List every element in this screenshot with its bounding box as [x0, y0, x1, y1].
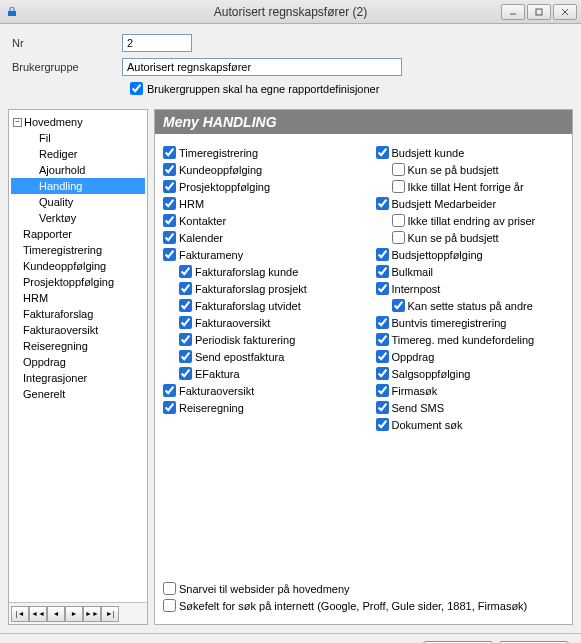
option-checkbox[interactable] [179, 333, 192, 346]
option-label: Budsjett kunde [392, 147, 465, 159]
option-checkbox[interactable] [163, 384, 176, 397]
option-row: Timereg. med kundefordeling [376, 331, 565, 348]
option-checkbox[interactable] [376, 384, 389, 397]
tree-item[interactable]: Rapporter [11, 226, 145, 242]
tree-item[interactable]: Integrasjoner [11, 370, 145, 386]
brukergruppe-input[interactable] [122, 58, 402, 76]
minimize-button[interactable] [501, 4, 525, 20]
nr-label: Nr [12, 37, 122, 49]
option-label: Fakturaoversikt [195, 317, 270, 329]
option-checkbox[interactable] [376, 248, 389, 261]
option-label: Kan sette status på andre [408, 300, 533, 312]
option-label: Kundeoppfølging [179, 164, 262, 176]
option-checkbox[interactable] [376, 350, 389, 363]
option-row: EFaktura [163, 365, 352, 382]
option-checkbox[interactable] [376, 418, 389, 431]
tree-item[interactable]: Rediger [11, 146, 145, 162]
option-checkbox[interactable] [376, 333, 389, 346]
option-checkbox[interactable] [163, 401, 176, 414]
option-label: Kun se på budsjett [408, 164, 499, 176]
option-label: Ikke tillat Hent forrige år [408, 181, 524, 193]
nav-next-page[interactable]: ►► [83, 606, 101, 622]
option-checkbox[interactable] [376, 316, 389, 329]
option-row: Send SMS [376, 399, 565, 416]
nav-next[interactable]: ► [65, 606, 83, 622]
tree-item[interactable]: Verktøy [11, 210, 145, 226]
option-checkbox[interactable] [376, 282, 389, 295]
option-checkbox[interactable] [163, 214, 176, 227]
option-checkbox[interactable] [376, 146, 389, 159]
close-button[interactable] [553, 4, 577, 20]
tree-item-label: Rapporter [23, 228, 72, 240]
option-label: Timereg. med kundefordeling [392, 334, 535, 346]
option-checkbox[interactable] [179, 350, 192, 363]
option-checkbox[interactable] [392, 299, 405, 312]
option-label: Fakturameny [179, 249, 243, 261]
option-checkbox[interactable] [163, 163, 176, 176]
tree-item[interactable]: Ajourhold [11, 162, 145, 178]
option-checkbox[interactable] [163, 248, 176, 261]
tree-item[interactable]: Fakturaoversikt [11, 322, 145, 338]
option-checkbox[interactable] [392, 163, 405, 176]
collapse-icon[interactable]: − [13, 118, 22, 127]
nav-last[interactable]: ►| [101, 606, 119, 622]
window-title: Autorisert regnskapsfører (2) [214, 5, 367, 19]
option-row: Salgsoppfølging [376, 365, 565, 382]
tree-item-label: Prosjektoppfølging [23, 276, 114, 288]
option-row: Fakturameny [163, 246, 352, 263]
option-label: Søkefelt for søk på internett (Google, P… [179, 600, 527, 612]
nav-prev[interactable]: ◄ [47, 606, 65, 622]
tree-item[interactable]: −Hovedmeny [11, 114, 145, 130]
tree-item-label: Verktøy [39, 212, 76, 224]
tree-item[interactable]: Prosjektoppfølging [11, 274, 145, 290]
option-checkbox[interactable] [376, 197, 389, 210]
tree[interactable]: −HovedmenyFilRedigerAjourholdHandlingQua… [9, 110, 147, 602]
nav-first[interactable]: |◄ [11, 606, 29, 622]
option-checkbox[interactable] [163, 599, 176, 612]
tree-item-label: Fil [39, 132, 51, 144]
tree-item-label: HRM [23, 292, 48, 304]
tree-item[interactable]: Reiseregning [11, 338, 145, 354]
tree-item[interactable]: Handling [11, 178, 145, 194]
tree-item[interactable]: Oppdrag [11, 354, 145, 370]
tree-item[interactable]: HRM [11, 290, 145, 306]
nav-prev-page[interactable]: ◄◄ [29, 606, 47, 622]
option-row: Budsjett kunde [376, 144, 565, 161]
option-checkbox[interactable] [163, 582, 176, 595]
option-row: Dokument søk [376, 416, 565, 433]
option-checkbox[interactable] [179, 299, 192, 312]
option-label: Salgsoppfølging [392, 368, 471, 380]
tree-item[interactable]: Generelt [11, 386, 145, 402]
tree-item[interactable]: Kundeoppfølging [11, 258, 145, 274]
nr-input[interactable] [122, 34, 192, 52]
option-checkbox[interactable] [392, 180, 405, 193]
tree-item-label: Quality [39, 196, 73, 208]
option-checkbox[interactable] [392, 231, 405, 244]
top-form: Nr Brukergruppe Brukergruppen skal ha eg… [0, 24, 581, 101]
option-label: Bulkmail [392, 266, 434, 278]
option-checkbox[interactable] [376, 367, 389, 380]
tree-item[interactable]: Quality [11, 194, 145, 210]
option-checkbox[interactable] [163, 180, 176, 193]
tree-item[interactable]: Timeregistrering [11, 242, 145, 258]
option-checkbox[interactable] [179, 316, 192, 329]
option-row: Fakturaforslag kunde [163, 263, 352, 280]
egne-rapport-checkbox[interactable] [130, 82, 143, 95]
tree-item[interactable]: Fakturaforslag [11, 306, 145, 322]
option-checkbox[interactable] [163, 231, 176, 244]
option-checkbox[interactable] [392, 214, 405, 227]
tree-item-label: Rediger [39, 148, 78, 160]
option-label: Buntvis timeregistrering [392, 317, 507, 329]
option-checkbox[interactable] [179, 265, 192, 278]
tree-item[interactable]: Fil [11, 130, 145, 146]
option-row: Kundeoppfølging [163, 161, 352, 178]
option-checkbox[interactable] [163, 146, 176, 159]
option-checkbox[interactable] [163, 197, 176, 210]
option-checkbox[interactable] [179, 367, 192, 380]
option-checkbox[interactable] [179, 282, 192, 295]
option-checkbox[interactable] [376, 265, 389, 278]
option-row: Kun se på budsjett [376, 229, 565, 246]
option-row: Timeregistrering [163, 144, 352, 161]
maximize-button[interactable] [527, 4, 551, 20]
option-checkbox[interactable] [376, 401, 389, 414]
